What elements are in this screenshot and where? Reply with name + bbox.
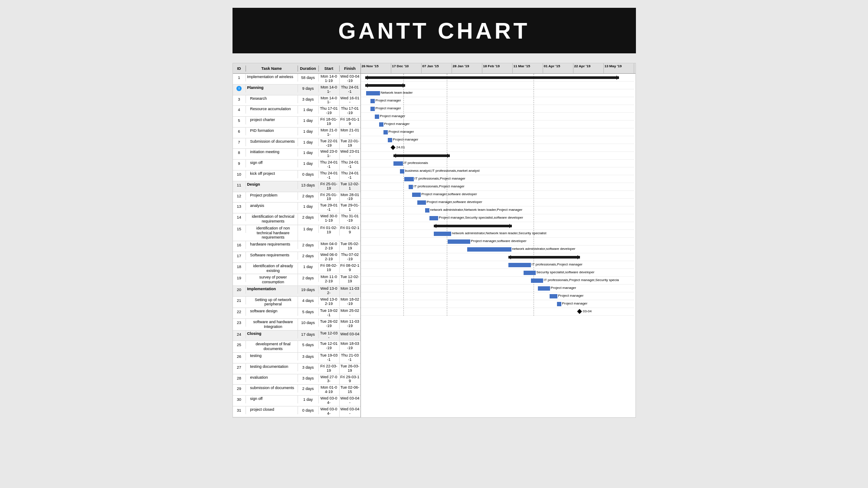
task-id: 10 bbox=[233, 170, 246, 178]
task-name: analysis bbox=[246, 203, 298, 210]
task-name: PID formation bbox=[246, 128, 298, 135]
gantt-bar-label: Security specialist,software developer bbox=[537, 270, 595, 274]
gantt-bar-label: Project manager,software developer bbox=[471, 239, 527, 243]
task-start: Wed 03-04- bbox=[319, 406, 340, 417]
task-finish: Wed 03-04-19 bbox=[340, 74, 360, 84]
gantt-month-label: 01 Apr '15 bbox=[543, 63, 573, 73]
task-name: Software requirements bbox=[246, 252, 298, 260]
gantt-bar-label: Project manager bbox=[389, 130, 414, 134]
task-finish: Fri 29-03-19 bbox=[340, 374, 360, 385]
task-start: Fri 22-03-19 bbox=[319, 364, 340, 374]
gantt-bar bbox=[412, 193, 421, 197]
task-duration: 2 days bbox=[298, 274, 319, 282]
task-start: Wed 30-01-19 bbox=[319, 213, 340, 224]
task-id: 26 bbox=[233, 353, 246, 360]
gantt-bar bbox=[434, 232, 451, 236]
task-name: development of final documents bbox=[246, 341, 298, 352]
gantt-bar bbox=[557, 302, 561, 306]
task-duration: 3 days bbox=[298, 353, 319, 360]
task-row: 3Research3 daysMon 14-01-Wed 16-01- bbox=[233, 95, 360, 106]
task-start: Wed 06-02-19 bbox=[319, 252, 340, 262]
task-start: Tue 19-02-1 bbox=[319, 308, 340, 318]
task-start: Tue 19-03-1 bbox=[319, 353, 340, 363]
task-id: 1 bbox=[233, 74, 246, 82]
task-row: 20Implementation19 daysWed 13-02-Mon 11-… bbox=[233, 286, 360, 297]
gantt-row-bg bbox=[361, 308, 634, 316]
left-panel: ID Task Name Duration Start Finish 1Impl… bbox=[233, 63, 361, 417]
gantt-group-arrow-left bbox=[393, 154, 396, 158]
task-finish: Mon 11-03- bbox=[340, 286, 360, 296]
gantt-vertical-line bbox=[403, 74, 404, 316]
task-start: Mon 14-01-19 bbox=[319, 74, 340, 84]
chart-container: ID Task Name Duration Start Finish 1Impl… bbox=[233, 63, 636, 418]
task-id: 21 bbox=[233, 297, 246, 305]
task-name: kick off project bbox=[246, 170, 298, 178]
task-duration: 58 days bbox=[298, 74, 319, 82]
col-finish-header: Finish bbox=[340, 66, 360, 72]
task-name: testing documentation bbox=[246, 364, 298, 371]
task-duration: 1 day bbox=[298, 263, 319, 271]
task-duration: 1 day bbox=[298, 138, 319, 146]
task-duration: 2 days bbox=[298, 385, 319, 393]
task-row: 10kick off project0 daysThu 24-01-1Thu 2… bbox=[233, 170, 360, 181]
task-name: sign off bbox=[246, 396, 298, 403]
task-row: iPlanning9 daysMon 14-01-Thu 24-01-1 bbox=[233, 85, 360, 95]
task-duration: 1 day bbox=[298, 160, 319, 167]
chart-table: ID Task Name Duration Start Finish 1Impl… bbox=[233, 63, 635, 417]
gantt-group-arrow-right bbox=[509, 224, 512, 228]
task-row: 6PID formation1 dayMon 21-01-Mon 21-01- bbox=[233, 128, 360, 138]
gantt-bar-label: IT professionals,Project manager bbox=[415, 177, 465, 180]
task-finish: Fri 08-02-19 bbox=[340, 263, 360, 273]
gantt-bar bbox=[383, 130, 388, 134]
task-row: 8initiation meeting1 dayWed 23-01-Wed 23… bbox=[233, 149, 360, 160]
task-finish: Mon 11-03-19 bbox=[340, 319, 360, 329]
task-name: Design bbox=[246, 181, 298, 189]
gantt-bar-label: Project manager bbox=[551, 286, 576, 290]
gantt-group-arrow-left bbox=[365, 83, 368, 88]
task-finish: Wed 16-01- bbox=[340, 95, 360, 106]
task-name: testing bbox=[246, 353, 298, 360]
task-finish: Tue 29-01-1 bbox=[340, 203, 360, 213]
gantt-bars-area: Network team leaderProject managerProjec… bbox=[361, 74, 634, 316]
task-name: Planning bbox=[246, 85, 298, 92]
gantt-bar-label: IT professionals,Project manager,Securit… bbox=[544, 278, 619, 282]
task-duration: 1 day bbox=[298, 106, 319, 114]
gantt-group-bar bbox=[365, 76, 619, 79]
gantt-bar bbox=[370, 107, 375, 111]
task-id: 24 bbox=[233, 331, 246, 338]
task-duration: 4 days bbox=[298, 297, 319, 305]
task-row: 19survey of power consumption2 daysMon 1… bbox=[233, 274, 360, 286]
task-name: submission of documents bbox=[246, 385, 298, 393]
gantt-group-bar bbox=[508, 256, 580, 259]
task-finish: Mon 18-02-19 bbox=[340, 297, 360, 307]
task-finish: Tue 26-03-19 bbox=[340, 364, 360, 374]
task-row: 13analysis1 dayTue 29-01-1Tue 29-01-1 bbox=[233, 203, 360, 213]
task-finish: Thu 07-02-19 bbox=[340, 252, 360, 262]
task-duration: 1 day bbox=[298, 117, 319, 124]
gantt-bar bbox=[429, 216, 438, 220]
gantt-group-bar bbox=[365, 84, 405, 87]
task-id: 22 bbox=[233, 308, 246, 316]
gantt-bar bbox=[524, 271, 536, 275]
task-name: Submission of documents bbox=[246, 138, 298, 146]
task-name: initiation meeting bbox=[246, 149, 298, 157]
gantt-bar-label: Network team leader bbox=[381, 91, 413, 95]
gantt-bar-label: Project manager bbox=[393, 138, 419, 141]
task-finish: Wed 03-04- bbox=[340, 396, 360, 406]
task-name: Setting up of network peripheral bbox=[246, 297, 298, 308]
task-duration: 3 days bbox=[298, 374, 319, 382]
task-row: 9sign off1 dayThu 24-01-1Thu 24-01-1 bbox=[233, 160, 360, 170]
column-headers: ID Task Name Duration Start Finish bbox=[233, 63, 360, 74]
task-duration: 2 days bbox=[298, 241, 319, 249]
task-name: identification of non technical hardware… bbox=[246, 225, 298, 241]
gantt-group-arrow-right bbox=[403, 83, 405, 88]
task-row: 28evaluation3 daysWed 27-03-Fri 29-03-19 bbox=[233, 374, 360, 385]
task-id: 3 bbox=[233, 95, 246, 103]
task-row: 16hardware requirements2 daysMon 04-02-1… bbox=[233, 241, 360, 252]
task-finish: Mon 18-03-19 bbox=[340, 341, 360, 351]
task-name: Resource accumulation bbox=[246, 106, 298, 114]
task-start: Fri 18-01-19 bbox=[319, 117, 340, 127]
gantt-bar-label: network administrator,Network team loade… bbox=[430, 208, 523, 212]
task-id: 23 bbox=[233, 319, 246, 327]
task-start: Wed 13-02- bbox=[319, 286, 340, 296]
